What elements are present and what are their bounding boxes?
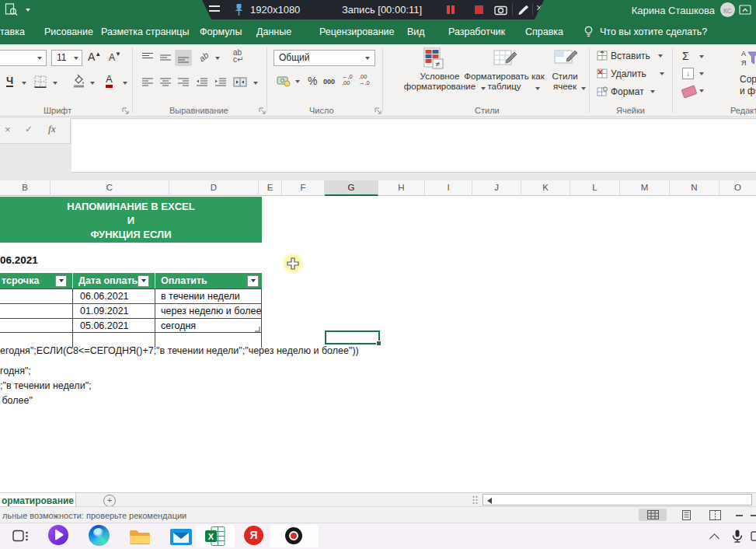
enter-icon[interactable]: ✓ xyxy=(25,124,33,135)
autosum-dropdown-icon[interactable] xyxy=(699,55,704,58)
delete-cells-icon[interactable] xyxy=(597,68,608,79)
tab-dannye[interactable]: Данные xyxy=(256,26,291,37)
merge-dropdown-icon[interactable] xyxy=(253,82,258,85)
cell-pay[interactable]: через неделю и более xyxy=(161,304,261,318)
column-header-o[interactable]: O xyxy=(719,180,756,196)
file-explorer-icon[interactable] xyxy=(129,529,151,545)
decrease-decimal-icon[interactable]: ,00→,0 xyxy=(359,74,370,86)
show-hidden-icons-chevron[interactable] xyxy=(709,533,719,544)
qat-dropdown-icon[interactable] xyxy=(26,9,30,12)
currency-icon[interactable] xyxy=(277,75,291,87)
page-break-view-icon[interactable] xyxy=(709,510,721,520)
align-center-icon[interactable] xyxy=(159,77,172,88)
table-row[interactable]: 01.09.2021 через неделю и более xyxy=(0,303,262,318)
cell-date[interactable]: 06.06.2021 xyxy=(80,289,129,303)
tray-icon-partial[interactable] xyxy=(751,530,756,542)
underline-dropdown-icon[interactable] xyxy=(22,82,26,85)
excel-taskbar-tile-active[interactable]: X xyxy=(196,525,235,547)
column-header-b[interactable]: B xyxy=(0,180,51,196)
column-header-f[interactable]: F xyxy=(282,180,325,196)
table-header-oplatit[interactable]: Оплатить xyxy=(161,273,207,288)
align-top-icon[interactable] xyxy=(141,52,154,63)
align-left-icon[interactable] xyxy=(141,77,154,88)
clear-dropdown-icon[interactable] xyxy=(699,89,704,93)
column-header-e[interactable]: E xyxy=(259,180,282,196)
tab-vstavka[interactable]: тавка xyxy=(0,26,25,37)
fill-handle[interactable] xyxy=(376,341,381,346)
filter-button-oplatit[interactable] xyxy=(247,275,259,287)
insert-function-icon[interactable]: fx xyxy=(48,123,56,135)
column-header-h[interactable]: H xyxy=(378,180,425,196)
increase-indent-icon[interactable] xyxy=(214,77,227,88)
font-dialog-launcher-icon[interactable] xyxy=(122,107,129,114)
worksheet[interactable]: НАПОМИНАНИЕ В EXCEL И ФУНКЦИЯ ЕСЛИ 06.20… xyxy=(0,196,756,492)
column-header-d[interactable]: D xyxy=(169,180,259,196)
cell-date[interactable]: 05.06.2021 xyxy=(80,319,129,333)
borders-icon[interactable] xyxy=(34,75,47,88)
column-header-j[interactable]: J xyxy=(472,180,521,196)
insert-button[interactable]: Вставить xyxy=(611,51,650,61)
cell-styles-dropdown-icon[interactable] xyxy=(581,87,586,90)
cell-pay[interactable]: в течении недели xyxy=(161,289,240,303)
fill-down-icon[interactable]: ↓ xyxy=(682,68,694,79)
pin-icon[interactable] xyxy=(234,3,244,16)
conditional-formatting-icon[interactable]: ≠ xyxy=(422,47,445,71)
filter-button-data[interactable] xyxy=(138,275,149,287)
avatar[interactable]: КС xyxy=(720,2,735,17)
tab-vid[interactable]: Вид xyxy=(407,26,425,37)
microphone-icon[interactable] xyxy=(731,530,744,544)
zoom-out-icon[interactable] xyxy=(736,515,743,516)
user-name[interactable]: Карина Сташкова xyxy=(614,5,715,16)
number-format-select[interactable]: Общий xyxy=(273,50,375,66)
filter-button-otsrochka[interactable] xyxy=(55,275,67,287)
tell-me-box[interactable]: Что вы хотите сделать? xyxy=(600,26,707,37)
orientation-icon[interactable]: ab xyxy=(197,50,211,63)
cell-date[interactable]: 01.09.2021 xyxy=(80,304,129,318)
font-size-select[interactable]: 11 xyxy=(51,50,82,66)
view-normal-button-active[interactable] xyxy=(639,509,667,521)
column-header-g-selected[interactable]: G xyxy=(325,180,378,196)
column-header-l[interactable]: L xyxy=(570,180,620,196)
alignment-dialog-launcher-icon[interactable] xyxy=(259,107,266,114)
format-cells-icon[interactable] xyxy=(597,86,608,96)
format-dropdown-icon[interactable] xyxy=(650,90,655,93)
column-header-i[interactable]: I xyxy=(425,180,472,196)
column-header-m[interactable]: M xyxy=(620,180,670,196)
tab-formuly[interactable]: Формулы xyxy=(200,26,242,37)
cell-styles-icon[interactable] xyxy=(553,47,578,71)
pause-icon[interactable] xyxy=(447,5,450,14)
fill-color-dropdown-icon[interactable] xyxy=(90,82,95,85)
alice-assistant-icon[interactable] xyxy=(48,525,68,545)
pencil-icon[interactable] xyxy=(517,4,529,16)
table-header-data-oplaty[interactable]: Дата оплаты xyxy=(78,273,140,288)
format-as-table-icon[interactable] xyxy=(493,47,517,71)
tab-risovanie[interactable]: Рисование xyxy=(44,26,93,37)
format-table-dropdown-icon[interactable] xyxy=(535,87,540,90)
table-row[interactable]: 05.06.2021 сегодня xyxy=(0,318,262,333)
align-bottom-button-active[interactable] xyxy=(175,50,192,66)
stop-icon[interactable] xyxy=(475,5,483,14)
underline-button[interactable]: Ч xyxy=(6,75,13,87)
delete-button[interactable]: Удалить xyxy=(611,68,646,79)
mail-icon[interactable] xyxy=(170,529,192,545)
insert-dropdown-icon[interactable] xyxy=(658,54,663,58)
yandex-browser-icon[interactable]: Я xyxy=(244,526,263,545)
formula-input[interactable] xyxy=(71,118,756,173)
sheet-tab-active[interactable]: орматирование xyxy=(0,493,76,506)
recorder-taskbar-tile-active[interactable] xyxy=(270,525,319,547)
page-layout-view-icon[interactable] xyxy=(681,510,692,520)
tab-razmetka[interactable]: Разметка страницы xyxy=(101,26,189,37)
merge-center-icon[interactable] xyxy=(233,76,247,88)
clear-eraser-icon[interactable] xyxy=(681,85,697,98)
column-header-c[interactable]: C xyxy=(51,180,169,196)
recorder-menu-icon[interactable] xyxy=(209,5,220,14)
document-search-icon[interactable] xyxy=(5,3,19,16)
comma-style-icon[interactable]: 000 xyxy=(323,78,335,86)
grow-font-button[interactable]: А▲ xyxy=(88,51,101,63)
delete-dropdown-icon[interactable] xyxy=(660,72,664,75)
tab-recenzirovanie[interactable]: Рецензирование xyxy=(319,26,395,37)
selected-cell[interactable] xyxy=(325,330,380,344)
date-cell[interactable]: 06.2021 xyxy=(0,254,38,266)
pause-icon[interactable] xyxy=(451,5,455,14)
cell-pay[interactable]: сегодня xyxy=(161,319,196,333)
